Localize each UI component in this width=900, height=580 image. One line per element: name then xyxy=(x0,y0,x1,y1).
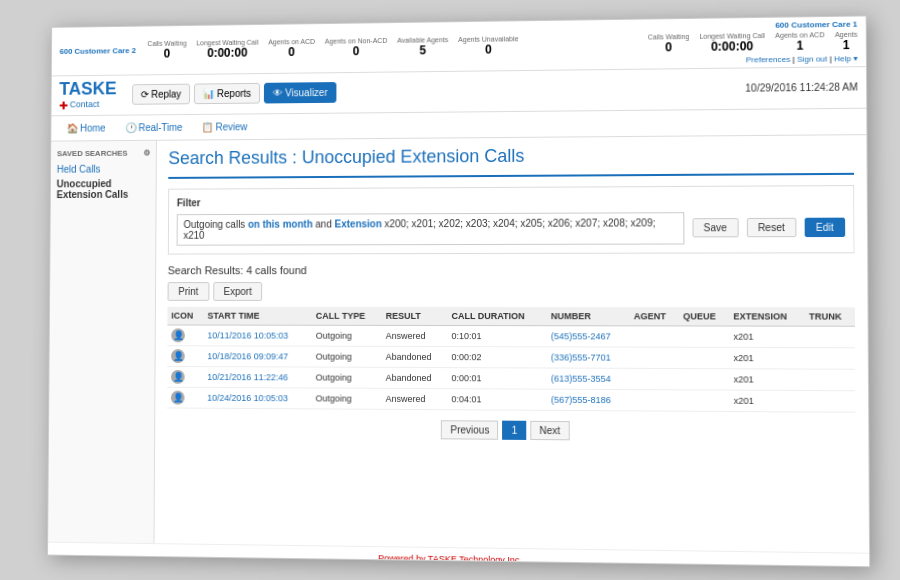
prev-button[interactable]: Previous xyxy=(441,420,498,440)
table-row: 👤 10/11/2016 10:05:03 Outgoing Answered … xyxy=(167,325,855,348)
filter-label: Filter xyxy=(177,194,845,208)
tab-reports[interactable]: 📊 Reports xyxy=(194,83,260,104)
row-icon: 👤 xyxy=(171,391,185,405)
reports-label: Reports xyxy=(217,88,251,99)
table-row: 👤 10/24/2016 10:05:03 Outgoing Answered … xyxy=(167,387,856,412)
page-title: Search Results : Unoccupied Extension Ca… xyxy=(168,143,854,179)
replay-icon: ⟳ xyxy=(140,89,148,100)
col-icon: ICON xyxy=(167,307,203,325)
edit-button[interactable]: Edit xyxy=(804,218,845,237)
top-links: Preferences | Sign out | Help ▾ xyxy=(746,54,858,64)
next-button[interactable]: Next xyxy=(530,421,569,440)
content-area: Search Results : Unoccupied Extension Ca… xyxy=(154,135,869,553)
datetime: 10/29/2016 11:24:28 AM xyxy=(745,82,858,94)
sidebar-settings-icon[interactable]: ⚙ xyxy=(143,149,150,158)
logo-name: TASKE xyxy=(59,80,116,100)
preferences-link[interactable]: Preferences xyxy=(746,55,790,65)
available-agents-section: Available Agents 5 xyxy=(397,36,448,57)
col-number: NUMBER xyxy=(547,307,630,326)
unavailable-agents-section: Agents Unavailable 0 xyxy=(458,35,518,57)
longest-wait-section: Longest Waiting Call 0:00:00 xyxy=(196,39,258,60)
cw-val: 0 xyxy=(164,47,171,61)
save-button[interactable]: Save xyxy=(692,218,738,237)
action-buttons: Print Export xyxy=(168,282,855,301)
ana-val: 0 xyxy=(353,44,360,58)
agents-acd-section: Agents on ACD 0 xyxy=(268,38,315,59)
visualizer-label: Visualizer xyxy=(285,88,327,99)
row-icon: 👤 xyxy=(171,328,185,342)
agents-non-acd-section: Agents on Non-ACD 0 xyxy=(325,37,387,59)
lw-val: 0:00:00 xyxy=(207,46,247,60)
filter-description: Outgoing calls on this month and Extensi… xyxy=(177,212,685,246)
results-table: ICON START TIME CALL TYPE RESULT CALL DU… xyxy=(167,307,856,413)
filter-row: Outgoing calls on this month and Extensi… xyxy=(177,211,846,245)
reset-button[interactable]: Reset xyxy=(746,218,796,237)
reports-icon: 📊 xyxy=(202,89,214,100)
print-button[interactable]: Print xyxy=(168,282,209,301)
results-count: Search Results: 4 calls found xyxy=(168,263,855,276)
main-window: 600 Customer Care 2 Calls Waiting 0 Long… xyxy=(47,15,870,567)
nav-realtime[interactable]: 🕐 Real-Time xyxy=(117,119,190,136)
col-extension: EXTENSION xyxy=(729,307,805,326)
page-1-button[interactable]: 1 xyxy=(502,421,526,440)
row-icon: 👤 xyxy=(171,349,185,363)
queue-label-1: 600 Customer Care 2 xyxy=(60,46,136,56)
col-call-type: CALL TYPE xyxy=(312,307,382,326)
help-link[interactable]: Help ▾ xyxy=(834,54,858,63)
col-start-time: START TIME xyxy=(204,307,312,325)
review-icon: 📋 xyxy=(202,122,214,133)
filter-box: Filter Outgoing calls on this month and … xyxy=(168,185,855,255)
avail-val: 5 xyxy=(419,43,426,57)
home-icon: 🏠 xyxy=(67,123,79,134)
sidebar-item-held-calls[interactable]: Held Calls xyxy=(57,161,150,176)
sidebar-header: Saved Searches ⚙ xyxy=(57,149,150,158)
aa2-section: Agents on ACD 1 xyxy=(775,31,824,53)
table-row: 👤 10/18/2016 09:09:47 Outgoing Abandoned… xyxy=(167,346,855,370)
logo-sub: ✚Contact xyxy=(59,99,116,111)
unavail-val: 0 xyxy=(485,43,492,57)
nav-review[interactable]: 📋 Review xyxy=(194,118,255,135)
nav-tabs: ⟳ Replay 📊 Reports 👁 Visualizer xyxy=(132,82,337,105)
queue-label-2: 600 Customer Care 1 xyxy=(775,20,857,30)
cw2-section: Calls Waiting 0 xyxy=(648,33,689,55)
nav-home[interactable]: 🏠 Home xyxy=(59,120,113,137)
calls-waiting-section: Calls Waiting 0 xyxy=(147,40,186,61)
tab-visualizer[interactable]: 👁 Visualizer xyxy=(264,82,337,103)
sidebar-item-unoccupied[interactable]: Unoccupied Extension Calls xyxy=(57,176,150,202)
agents2-section: Agents 1 xyxy=(835,31,858,53)
logo: TASKE ✚Contact xyxy=(59,80,116,112)
col-queue: QUEUE xyxy=(679,307,729,326)
row-icon: 👤 xyxy=(171,370,185,384)
aa-val: 0 xyxy=(288,45,295,59)
col-agent: AGENT xyxy=(630,307,679,326)
col-trunk: TRUNK xyxy=(805,307,855,326)
main-content: Saved Searches ⚙ Held Calls Unoccupied E… xyxy=(48,135,869,553)
tab-replay[interactable]: ⟳ Replay xyxy=(132,84,190,105)
export-button[interactable]: Export xyxy=(213,282,263,301)
col-duration: CALL DURATION xyxy=(447,307,547,326)
col-result: RESULT xyxy=(382,307,448,326)
lw2-section: Longest Waiting Call 0:00:00 xyxy=(699,32,765,54)
replay-label: Replay xyxy=(151,89,181,100)
sidebar: Saved Searches ⚙ Held Calls Unoccupied E… xyxy=(48,141,157,543)
realtime-icon: 🕐 xyxy=(125,122,137,133)
visualizer-icon: 👁 xyxy=(273,88,283,99)
signout-link[interactable]: Sign out xyxy=(797,54,827,63)
pagination: Previous 1 Next xyxy=(167,418,856,442)
